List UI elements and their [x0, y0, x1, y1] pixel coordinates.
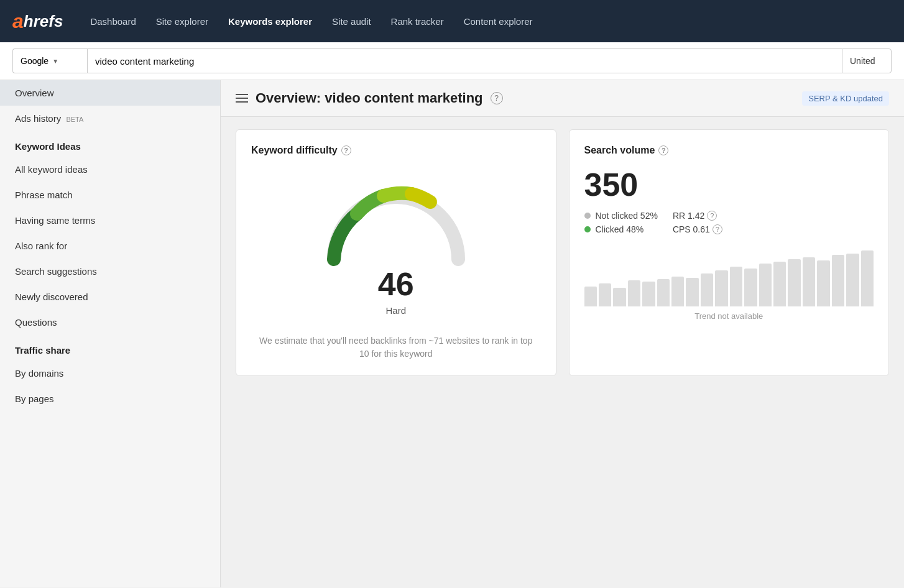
volume-right: RR 1.42 ? CPS 0.61 ? [673, 211, 722, 234]
gauge-container: 46 Hard [251, 166, 541, 322]
search-country[interactable]: United [842, 48, 892, 73]
nav-site-explorer[interactable]: Site explorer [146, 11, 218, 32]
trend-chart [584, 244, 874, 306]
card-title-keyword-difficulty: Keyword difficulty ? [251, 145, 541, 156]
sidebar-item-by-domains[interactable]: By domains [0, 361, 220, 386]
not-clicked-dot [584, 213, 591, 219]
content-area: Overview: video content marketing ? SERP… [221, 80, 904, 587]
search-input[interactable] [87, 48, 842, 73]
sidebar-item-having-same-terms[interactable]: Having same terms [0, 208, 220, 233]
card-title-search-volume: Search volume ? [584, 145, 874, 156]
serp-badge: SERP & KD updated [802, 91, 889, 106]
page-header: Overview: video content marketing ? SERP… [221, 80, 904, 117]
sidebar-item-by-pages[interactable]: By pages [0, 386, 220, 411]
gauge-chart [321, 178, 471, 272]
search-engine-select[interactable]: Google ▼ [12, 48, 87, 73]
search-volume-help-icon[interactable]: ? [658, 145, 668, 155]
trend-bar [773, 262, 786, 306]
search-volume-card: Search volume ? 350 Not clicked 52% Clic… [569, 129, 890, 376]
beta-badge: BETA [66, 116, 83, 123]
trend-bar [861, 250, 874, 306]
trend-bar [788, 259, 800, 306]
sidebar-item-questions[interactable]: Questions [0, 310, 220, 335]
trend-bar [628, 280, 640, 306]
trend-bar [846, 254, 859, 306]
rr-stat: RR 1.42 ? [673, 211, 722, 221]
cps-stat: CPS 0.61 ? [673, 224, 722, 234]
sidebar-section-keyword-ideas: Keyword Ideas [0, 131, 220, 157]
sidebar-item-newly-discovered[interactable]: Newly discovered [0, 284, 220, 310]
volume-left: Not clicked 52% Clicked 48% [584, 211, 658, 234]
help-icon[interactable]: ? [491, 92, 503, 104]
sidebar-section-traffic-share: Traffic share [0, 335, 220, 361]
sidebar-item-ads-history[interactable]: Ads history BETA [0, 106, 220, 131]
chevron-down-icon: ▼ [52, 58, 58, 65]
volume-stats: Not clicked 52% Clicked 48% RR 1.42 ? [584, 211, 874, 234]
trend-bar [715, 270, 727, 306]
cards-area: Keyword difficulty ? [221, 117, 904, 388]
logo[interactable]: a hrefs [12, 10, 63, 33]
trend-bar [744, 269, 757, 306]
nav-content-explorer[interactable]: Content explorer [454, 11, 543, 32]
sidebar-item-phrase-match[interactable]: Phrase match [0, 182, 220, 208]
trend-bar [803, 257, 815, 306]
sidebar-item-all-keyword-ideas[interactable]: All keyword ideas [0, 157, 220, 182]
nav-items: Dashboard Site explorer Keywords explore… [80, 11, 892, 32]
hamburger-icon[interactable] [236, 94, 248, 103]
keyword-difficulty-card: Keyword difficulty ? [236, 129, 556, 376]
gauge-value: 46 [378, 265, 414, 303]
trend-bar [817, 260, 829, 306]
trend-bar [759, 264, 772, 306]
nav-site-audit[interactable]: Site audit [322, 11, 381, 32]
trend-bar [584, 287, 597, 306]
sidebar-item-search-suggestions[interactable]: Search suggestions [0, 259, 220, 284]
trend-bar [730, 267, 742, 306]
logo-hrefs: hrefs [24, 12, 63, 31]
gauge-description: We estimate that you'll need backlinks f… [251, 334, 541, 361]
rr-help-icon[interactable]: ? [707, 211, 717, 221]
search-bar: Google ▼ United [0, 42, 904, 80]
clicked-dot [584, 226, 591, 232]
clicked-stat: Clicked 48% [584, 224, 658, 234]
trend-bar [657, 279, 670, 306]
top-navigation: a hrefs Dashboard Site explorer Keywords… [0, 0, 904, 42]
trend-bar [671, 277, 684, 306]
sidebar-item-also-rank-for[interactable]: Also rank for [0, 233, 220, 259]
trend-bar [686, 278, 698, 306]
search-volume-number: 350 [584, 166, 874, 203]
keyword-difficulty-help-icon[interactable]: ? [341, 145, 351, 155]
trend-bar [642, 282, 655, 306]
gauge-label: Hard [385, 305, 406, 316]
not-clicked-stat: Not clicked 52% [584, 211, 658, 221]
page-title: Overview: video content marketing [256, 90, 483, 106]
cps-help-icon[interactable]: ? [713, 224, 722, 234]
trend-bar [832, 255, 844, 306]
nav-rank-tracker[interactable]: Rank tracker [381, 11, 454, 32]
trend-bar [599, 283, 611, 306]
search-engine-label: Google [21, 56, 48, 66]
trend-bar [613, 288, 625, 306]
main-layout: Overview Ads history BETA Keyword Ideas … [0, 80, 904, 587]
sidebar-item-overview[interactable]: Overview [0, 80, 220, 106]
trend-bar [701, 273, 713, 306]
nav-dashboard[interactable]: Dashboard [80, 11, 145, 32]
logo-a: a [12, 10, 24, 33]
sidebar: Overview Ads history BETA Keyword Ideas … [0, 80, 221, 587]
nav-keywords-explorer[interactable]: Keywords explorer [218, 11, 322, 32]
trend-label: Trend not available [584, 311, 874, 321]
